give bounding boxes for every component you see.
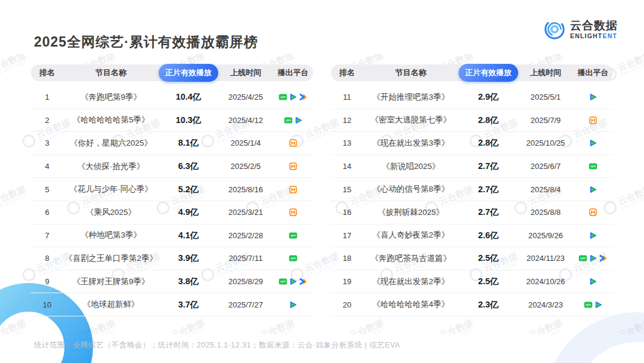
- show-name-cell: 《开始推理吧第3季》: [363, 92, 459, 103]
- table-row: 2 《哈哈哈哈哈第5季》 10.3亿 2025/4/12 iQIYI: [31, 109, 313, 133]
- table-header: 排名 节目名称 正片有效播放 上线时间 播出平台: [31, 64, 313, 81]
- tencent-video-icon: [594, 300, 603, 309]
- ranking-tables: 排名 节目名称 正片有效播放 上线时间 播出平台 1 《奔跑吧第9季》 10.4…: [31, 64, 613, 316]
- plays-cell: 4.9亿: [159, 207, 218, 218]
- table-row: 15 《心动的信号第8季》 2.7亿 2025/8/4: [331, 178, 613, 201]
- column-header-platform: 播出平台: [273, 67, 313, 78]
- mango-tv-icon: [289, 139, 298, 147]
- plays-cell: 3.7亿: [159, 299, 218, 310]
- rank-cell: 4: [31, 162, 63, 171]
- iqiyi-icon: iQIYI: [584, 300, 593, 309]
- date-cell: 2025/1/4: [218, 139, 273, 147]
- svg-text:iQIYI: iQIYI: [290, 258, 296, 260]
- svg-text:iQIYI: iQIYI: [580, 258, 586, 260]
- column-header-date: 上线时间: [218, 67, 273, 78]
- plays-cell: 3.8亿: [159, 276, 218, 287]
- column-header-name: 节目名称: [63, 67, 159, 78]
- iqiyi-icon: iQIYI: [278, 277, 287, 286]
- rank-cell: 5: [31, 185, 63, 194]
- date-cell: 2025/8/16: [218, 185, 273, 194]
- table-row: 4 《大侦探·拾光季》 6.3亿 2025/2/5: [31, 155, 313, 179]
- platform-cell: [273, 185, 313, 194]
- rank-cell: 3: [31, 139, 63, 147]
- rank-cell: 13: [331, 139, 363, 147]
- table-row: 12 《密室大逃脱第七季》 2.8亿 2025/7/9: [331, 109, 613, 133]
- date-cell: 2025/7/27: [218, 300, 273, 309]
- plays-cell: 2.8亿: [459, 115, 518, 126]
- table-row: 9 《王牌对王牌第9季》 3.8亿 2025/8/29 iQIYI: [31, 270, 313, 294]
- date-cell: 2025/10/25: [518, 139, 573, 147]
- date-cell: 2024/11/23: [518, 254, 573, 263]
- tencent-video-icon: [294, 116, 303, 125]
- show-name-cell: 《现在就出发第3季》: [363, 138, 459, 149]
- svg-text:iQIYI: iQIYI: [586, 304, 591, 306]
- watermark: 云合数据ENLIGHTENT: [602, 318, 644, 334]
- platform-cell: iQIYI: [273, 231, 313, 240]
- tencent-video-icon: [589, 185, 597, 194]
- platform-cell: [573, 231, 613, 240]
- platform-cell: iQIYI: [573, 162, 613, 171]
- platform-cell: [573, 208, 613, 217]
- iqiyi-icon: iQIYI: [289, 231, 298, 240]
- logo-en-dark: ENLIGHT: [570, 32, 602, 39]
- show-name-cell: 《密室大逃脱第七季》: [363, 115, 459, 125]
- show-name-cell: 《奔跑吧第9季》: [63, 92, 159, 103]
- date-cell: 2025/7/11: [218, 254, 273, 263]
- platform-cell: iQIYI: [273, 277, 313, 286]
- plays-cell: 5.2亿: [159, 184, 218, 195]
- svg-text:iQIYI: iQIYI: [280, 281, 286, 283]
- table-row: 7 《种地吧第3季》 4.1亿 2025/2/28 iQIYI: [31, 224, 313, 248]
- platform-cell: iQIYI: [273, 93, 313, 101]
- watermark: 云合数据ENLIGHTENT: [512, 318, 566, 334]
- table-row: 6 《乘风2025》 4.9亿 2025/3/21: [31, 201, 313, 224]
- date-cell: 2025/5/1: [518, 93, 573, 101]
- show-name-cell: 《新说唱2025》: [363, 161, 459, 172]
- watermark: 云合数据ENLIGHTENT: [423, 318, 476, 334]
- show-name-cell: 《王牌对王牌第9季》: [63, 276, 159, 287]
- plays-cell: 6.3亿: [159, 161, 218, 172]
- watermark: 云合数据ENLIGHTENT: [0, 184, 29, 217]
- plays-cell: 2.8亿: [459, 137, 518, 149]
- column-header-rank: 排名: [31, 67, 63, 78]
- table-row: 3 《你好，星期六2025》 8.1亿 2025/1/4: [31, 132, 313, 155]
- show-name-cell: 《种地吧第3季》: [63, 230, 159, 241]
- watermark: 云合数据ENLIGHTENT: [244, 318, 298, 334]
- enlightent-logo-icon: [543, 18, 566, 41]
- column-header-plays: 正片有效播放: [459, 64, 518, 82]
- mango-tv-icon: [289, 208, 298, 217]
- youku-icon: [299, 93, 308, 101]
- rank-cell: 16: [331, 208, 363, 217]
- page-title: 2025全网综艺·累计有效播放霸屏榜: [34, 33, 258, 51]
- platform-cell: [273, 300, 313, 309]
- show-name-cell: 《披荆斩棘2025》: [363, 207, 459, 218]
- table-row: 8 《喜剧之王单口季第2季》 3.9亿 2025/7/11 iQIYI: [31, 247, 313, 270]
- plays-cell: 2.6亿: [459, 230, 518, 241]
- tencent-video-icon: [289, 277, 298, 286]
- iqiyi-icon: iQIYI: [578, 254, 587, 263]
- date-cell: 2025/2/28: [218, 231, 273, 240]
- youku-icon: [299, 277, 308, 286]
- rank-cell: 2: [31, 116, 63, 125]
- show-name-cell: 《乘风2025》: [63, 207, 159, 218]
- rank-cell: 12: [331, 116, 363, 125]
- mango-tv-icon: [589, 116, 597, 125]
- logo-en: ENLIGHTENT: [570, 33, 618, 39]
- table-row: 10 《地球超新鲜》 3.7亿 2025/7/27: [31, 293, 313, 316]
- platform-cell: [573, 277, 613, 286]
- watermark: 云合数据ENLIGHTENT: [333, 318, 387, 334]
- show-name-cell: 《喜剧之王单口季第2季》: [63, 253, 159, 264]
- show-name-cell: 《哈哈哈哈哈第4季》: [363, 299, 459, 310]
- show-name-cell: 《现在就出发第2季》: [363, 276, 459, 287]
- tencent-video-icon: [589, 93, 597, 101]
- show-name-cell: 《奔跑吧茶马古道篇》: [363, 253, 459, 264]
- watermark: 云合数据ENLIGHTENT: [0, 54, 29, 83]
- iqiyi-icon: iQIYI: [289, 254, 298, 263]
- iqiyi-icon: iQIYI: [278, 93, 287, 101]
- date-cell: 2025/6/7: [518, 162, 573, 171]
- platform-cell: [273, 139, 313, 147]
- platform-cell: [573, 93, 613, 101]
- rank-cell: 10: [31, 300, 63, 309]
- tencent-video-icon: [589, 254, 597, 263]
- rank-cell: 1: [31, 93, 63, 101]
- plays-cell: 2.3亿: [459, 299, 518, 310]
